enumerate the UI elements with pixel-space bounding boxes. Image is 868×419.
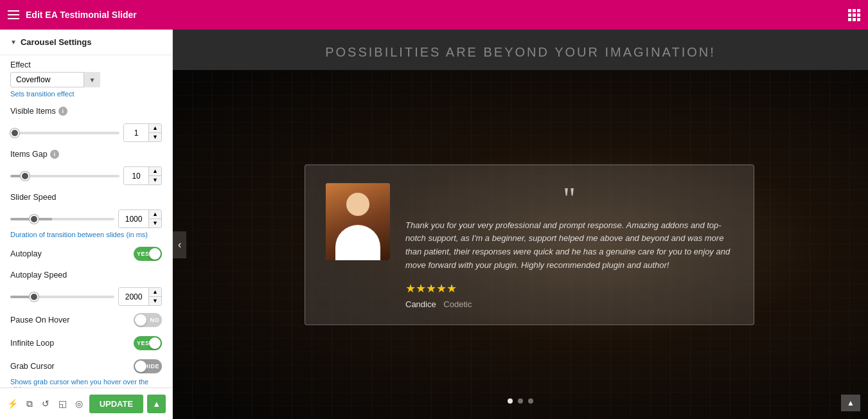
infinite-loop-toggle-text: YES: [137, 340, 150, 346]
history-icon-button[interactable]: ↺: [39, 393, 52, 414]
autoplay-label: Autoplay: [10, 249, 42, 258]
testimonial-author: Candice Codetic: [405, 299, 733, 309]
apps-grid-icon[interactable]: [848, 9, 860, 21]
nav-dot-2[interactable]: [518, 398, 523, 404]
top-bar: Edit EA Testimonial Slider: [0, 0, 868, 30]
visible-items-info-icon[interactable]: i: [58, 107, 67, 116]
nav-dot-3[interactable]: [528, 398, 533, 404]
visible-items-slider[interactable]: [10, 132, 120, 134]
sidebar: ▼ Carousel Settings Effect Coverflow Sli…: [0, 30, 173, 419]
infinite-loop-toggle[interactable]: YES: [134, 336, 162, 350]
items-gap-increment[interactable]: ▲: [149, 167, 161, 176]
visible-items-row: Visible Items i: [0, 102, 172, 121]
effect-row: Effect Coverflow Slide Fade Cube Flip ▼: [0, 55, 172, 90]
carousel-settings-label: Carousel Settings: [21, 37, 92, 47]
slider-speed-stepper: ▲ ▼: [118, 209, 162, 228]
infinite-loop-row: Infinite Loop YES: [0, 332, 172, 355]
slider-speed-slider[interactable]: [10, 218, 114, 220]
effect-select[interactable]: Coverflow Slide Fade Cube Flip: [10, 72, 100, 87]
autoplay-speed-slider[interactable]: [10, 296, 114, 298]
slider-speed-slider-row: ▲ ▼: [0, 207, 172, 231]
visible-items-input[interactable]: [124, 124, 148, 141]
autoplay-speed-decrement[interactable]: ▼: [149, 297, 161, 305]
grab-cursor-row: Grab Cursor HIDE: [0, 355, 172, 378]
page-title: Edit EA Testimonial Slider: [26, 10, 842, 20]
infinite-loop-label: Infinite Loop: [10, 339, 54, 348]
effect-hint: Sets transition effect: [0, 90, 172, 102]
sidebar-content: ▼ Carousel Settings Effect Coverflow Sli…: [0, 30, 172, 388]
grab-cursor-label: Grab Cursor: [10, 362, 55, 371]
update-button[interactable]: UPDATE: [89, 395, 143, 413]
nav-dot-1[interactable]: [508, 398, 513, 404]
slider-speed-input[interactable]: [119, 210, 148, 227]
items-gap-slider[interactable]: [10, 175, 120, 177]
speed-hint: Duration of transition between slides (i…: [0, 231, 172, 242]
autoplay-toggle[interactable]: YES: [134, 247, 162, 261]
carousel-settings-section[interactable]: ▼ Carousel Settings: [0, 30, 172, 55]
slider-speed-stepper-column: ▲ ▼: [148, 210, 161, 227]
testimonial-avatar: [326, 183, 390, 260]
autoplay-speed-input[interactable]: [119, 288, 148, 305]
testimonial-card: " Thank you for your very professional a…: [305, 164, 754, 325]
author-company: Codetic: [443, 299, 472, 309]
content-header-text: POSSIBILITIES ARE BEYOND YOUR IMAGINATIO…: [173, 30, 868, 70]
effect-select-wrapper: Coverflow Slide Fade Cube Flip ▼: [10, 72, 100, 87]
avatar-image: [326, 183, 390, 260]
visible-items-increment[interactable]: ▲: [149, 124, 161, 133]
update-arrow-button[interactable]: ▲: [147, 395, 166, 413]
autoplay-speed-stepper-column: ▲ ▼: [148, 288, 161, 305]
grab-cursor-toggle-text: HIDE: [144, 363, 159, 370]
autoplay-toggle-text: YES: [137, 251, 150, 257]
sidebar-bottom-toolbar: ⚡ ⧉ ↺ ◱ ◎ UPDATE ▲: [0, 388, 172, 419]
main-layout: ▼ Carousel Settings Effect Coverflow Sli…: [0, 30, 868, 419]
hamburger-menu-icon[interactable]: [8, 10, 19, 19]
items-gap-label: Items Gap i: [10, 150, 162, 159]
scroll-top-button[interactable]: ▲: [841, 395, 860, 411]
layers-icon-button[interactable]: ⚡: [6, 393, 19, 414]
autoplay-speed-increment[interactable]: ▲: [149, 288, 161, 297]
items-gap-info-icon[interactable]: i: [50, 150, 59, 159]
items-gap-row: Items Gap i: [0, 145, 172, 164]
chevron-down-icon: ▼: [10, 39, 17, 46]
items-gap-input[interactable]: [124, 167, 148, 184]
pause-on-hover-label: Pause On Hover: [10, 316, 69, 325]
autoplay-speed-row: Autoplay Speed: [0, 265, 172, 285]
items-gap-slider-row: ▲ ▼: [0, 164, 172, 188]
visible-items-stepper: ▲ ▼: [123, 123, 162, 142]
navigation-dots: [508, 398, 533, 404]
autoplay-speed-label: Autoplay Speed: [10, 271, 162, 280]
autoplay-speed-slider-row: ▲ ▼: [0, 285, 172, 308]
autoplay-toggle-knob: [149, 248, 161, 260]
infinite-loop-knob: [149, 337, 161, 349]
visible-items-slider-row: ▲ ▼: [0, 121, 172, 145]
effect-label: Effect: [10, 60, 162, 69]
grab-cursor-hint: Shows grab cursor when you hover over th…: [0, 378, 172, 388]
items-gap-stepper-column: ▲ ▼: [148, 167, 161, 184]
pause-on-hover-toggle-text: NO: [150, 317, 160, 323]
prev-arrow-button[interactable]: ‹: [173, 231, 186, 258]
testimonial-text: Thank you for your very professional and…: [405, 218, 733, 272]
preview-icon-button[interactable]: ◱: [56, 393, 69, 414]
responsive-icon-button[interactable]: ◎: [73, 393, 85, 414]
slider-speed-increment[interactable]: ▲: [149, 210, 161, 219]
pause-on-hover-toggle[interactable]: NO: [134, 313, 162, 327]
visible-items-decrement[interactable]: ▼: [149, 133, 161, 141]
visible-items-stepper-column: ▲ ▼: [148, 124, 161, 141]
testimonial-stars: ★★★★★: [405, 281, 733, 296]
slider-speed-decrement[interactable]: ▼: [149, 219, 161, 227]
slider-preview: ‹ " Thank you for your very professional…: [173, 70, 868, 419]
grab-cursor-toggle[interactable]: HIDE: [134, 359, 162, 373]
items-gap-stepper: ▲ ▼: [123, 166, 162, 185]
autoplay-row: Autoplay YES: [0, 242, 172, 265]
copy-icon-button[interactable]: ⧉: [23, 393, 36, 414]
pause-on-hover-knob: [135, 314, 146, 326]
slider-speed-row: Slider Speed: [0, 188, 172, 207]
autoplay-speed-stepper: ▲ ▼: [118, 287, 162, 306]
items-gap-decrement[interactable]: ▼: [149, 176, 161, 184]
quote-mark: ": [405, 183, 733, 213]
visible-items-label: Visible Items i: [10, 107, 162, 116]
pause-on-hover-row: Pause On Hover NO: [0, 308, 172, 332]
slider-speed-label: Slider Speed: [10, 193, 162, 202]
grab-cursor-knob: [135, 361, 146, 372]
content-area: POSSIBILITIES ARE BEYOND YOUR IMAGINATIO…: [173, 30, 868, 419]
